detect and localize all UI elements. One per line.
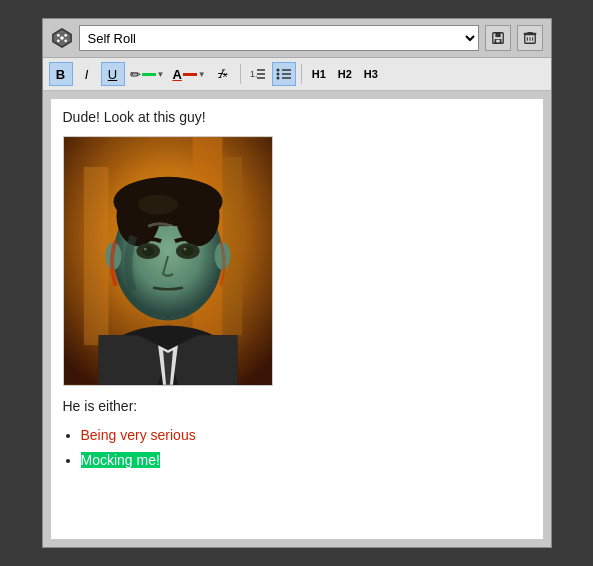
bullet-2-text: Mocking me! <box>81 452 160 468</box>
svg-point-22 <box>276 77 279 80</box>
title-bar: Self Roll <box>43 19 551 58</box>
save-button[interactable] <box>485 25 511 51</box>
delete-button[interactable] <box>517 25 543 51</box>
pencil-icon: ✏ <box>130 67 141 82</box>
svg-point-46 <box>183 248 186 251</box>
unordered-list-button[interactable] <box>272 62 296 86</box>
text-color-swatch <box>183 73 197 76</box>
svg-point-5 <box>64 39 67 42</box>
bullet-1-text: Being very serious <box>81 427 196 443</box>
text-color-button[interactable]: A ▼ <box>169 62 208 86</box>
h3-button[interactable]: H3 <box>359 62 383 86</box>
highlight-color-button[interactable]: ✏ ▼ <box>127 62 168 86</box>
h2-button[interactable]: H2 <box>333 62 357 86</box>
highlight-arrow-icon: ▼ <box>157 70 165 79</box>
editor-content[interactable]: Dude! Look at this guy! <box>51 99 543 539</box>
toolbar-divider-1 <box>240 64 241 84</box>
italic-button[interactable]: I <box>75 62 99 86</box>
caption-text: He is either: <box>63 396 531 417</box>
h1-button[interactable]: H1 <box>307 62 331 86</box>
text-color-icon: A <box>172 67 181 82</box>
svg-point-1 <box>60 36 64 40</box>
roll-select[interactable]: Self Roll <box>79 25 479 51</box>
svg-point-45 <box>143 248 146 251</box>
svg-rect-7 <box>495 33 500 37</box>
svg-rect-15 <box>527 32 532 34</box>
intro-text: Dude! Look at this guy! <box>63 107 531 128</box>
svg-point-43 <box>142 246 154 256</box>
svg-text:1.: 1. <box>250 69 258 79</box>
formatting-toolbar: B I U ✏ ▼ A ▼ 𝘐x 1. <box>43 58 551 91</box>
toolbar-divider-2 <box>301 64 302 84</box>
dice-icon <box>51 27 73 49</box>
svg-point-2 <box>56 34 59 37</box>
svg-point-21 <box>276 73 279 76</box>
bold-button[interactable]: B <box>49 62 73 86</box>
svg-point-20 <box>276 69 279 72</box>
strikethrough-button[interactable]: 𝘐x <box>211 62 235 86</box>
bullet-item-1: Being very serious <box>81 425 531 446</box>
editor-window: Self Roll B I U ✏ <box>42 18 552 548</box>
svg-point-3 <box>64 34 67 37</box>
bullet-item-2: Mocking me! <box>81 450 531 471</box>
svg-point-4 <box>56 39 59 42</box>
underline-button[interactable]: U <box>101 62 125 86</box>
highlight-swatch <box>142 73 156 76</box>
portrait-image <box>63 136 273 386</box>
svg-point-40 <box>138 195 178 215</box>
bullet-list: Being very serious Mocking me! <box>81 425 531 471</box>
svg-rect-9 <box>496 40 500 43</box>
svg-rect-29 <box>83 167 108 345</box>
text-color-arrow-icon: ▼ <box>198 70 206 79</box>
ordered-list-button[interactable]: 1. <box>246 62 270 86</box>
svg-point-44 <box>181 246 193 256</box>
